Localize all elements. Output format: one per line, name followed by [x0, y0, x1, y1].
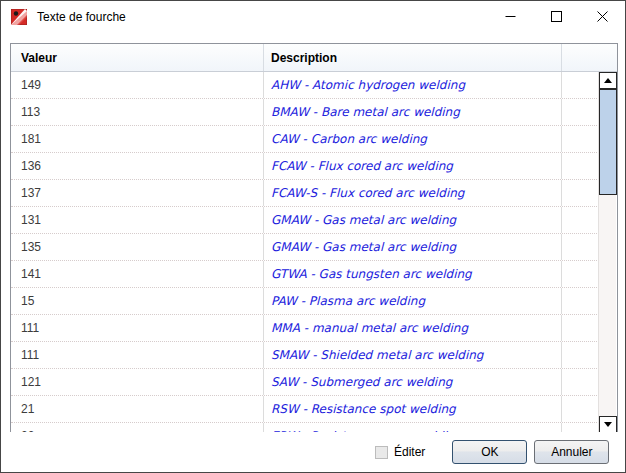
row-valeur: 149: [11, 72, 264, 98]
scroll-up-icon: [604, 78, 612, 83]
row-valeur: 136: [11, 153, 264, 179]
footer-bar: Éditer OK Annuler: [1, 432, 625, 472]
row-valeur: 111: [11, 342, 264, 368]
row-description: FCAW - Flux cored arc welding: [264, 153, 562, 179]
table-header: Valeur Description: [11, 44, 617, 72]
scroll-down-button[interactable]: [599, 416, 617, 433]
row-description: SAW - Submerged arc welding: [264, 369, 562, 395]
table-row[interactable]: 141GTWA - Gas tungsten arc welding: [11, 261, 599, 288]
minimize-icon: [505, 11, 516, 22]
column-header-description[interactable]: Description: [264, 44, 562, 71]
minimize-button[interactable]: [487, 1, 533, 32]
row-valeur: 141: [11, 261, 264, 287]
row-valeur: 113: [11, 99, 264, 125]
row-description: GMAW - Gas metal arc welding: [264, 234, 562, 260]
row-description: AHW - Atomic hydrogen welding: [264, 72, 562, 98]
table-row[interactable]: 136FCAW - Flux cored arc welding: [11, 153, 599, 180]
table-row[interactable]: 149AHW - Atomic hydrogen welding: [11, 72, 599, 99]
close-button[interactable]: [579, 1, 625, 32]
row-filler: [562, 126, 599, 152]
row-valeur: 135: [11, 234, 264, 260]
row-valeur: 121: [11, 369, 264, 395]
row-valeur: 15: [11, 288, 264, 314]
row-description: GMAW - Gas metal arc welding: [264, 207, 562, 233]
row-filler: [562, 72, 599, 98]
table-row[interactable]: 131GMAW - Gas metal arc welding: [11, 207, 599, 234]
row-description: BMAW - Bare metal arc welding: [264, 99, 562, 125]
window-title: Texte de fourche: [37, 10, 126, 24]
row-description: MMA - manual metal arc welding: [264, 315, 562, 341]
row-filler: [562, 207, 599, 233]
row-description: GTWA - Gas tungsten arc welding: [264, 261, 562, 287]
maximize-button[interactable]: [533, 1, 579, 32]
row-description: CAW - Carbon arc welding: [264, 126, 562, 152]
table-row[interactable]: 137FCAW-S - Flux cored arc welding: [11, 180, 599, 207]
row-filler: [562, 99, 599, 125]
row-filler: [562, 180, 599, 206]
row-valeur: 131: [11, 207, 264, 233]
scroll-down-icon: [604, 422, 612, 427]
table-row[interactable]: 181CAW - Carbon arc welding: [11, 126, 599, 153]
row-description: RSW - Resistance spot welding: [264, 396, 562, 422]
row-filler: [562, 369, 599, 395]
row-description: PAW - Plasma arc welding: [264, 288, 562, 314]
row-valeur: 111: [11, 315, 264, 341]
table-row[interactable]: 15PAW - Plasma arc welding: [11, 288, 599, 315]
row-filler: [562, 342, 599, 368]
titlebar: Texte de fourche: [1, 1, 625, 32]
close-icon: [597, 11, 608, 22]
table-row[interactable]: 111SMAW - Shielded metal arc welding: [11, 342, 599, 369]
column-header-filler: [562, 44, 617, 71]
table-row[interactable]: 135GMAW - Gas metal arc welding: [11, 234, 599, 261]
row-filler: [562, 396, 599, 422]
table-row[interactable]: 121SAW - Submerged arc welding: [11, 369, 599, 396]
row-description: SMAW - Shielded metal arc welding: [264, 342, 562, 368]
app-icon: [11, 9, 27, 25]
vertical-scrollbar[interactable]: [598, 72, 616, 433]
row-valeur: 137: [11, 180, 264, 206]
row-filler: [562, 315, 599, 341]
row-filler: [562, 288, 599, 314]
editer-checkbox[interactable]: [375, 446, 388, 459]
scrollbar-thumb[interactable]: [599, 89, 617, 195]
row-filler: [562, 153, 599, 179]
row-valeur: 21: [11, 396, 264, 422]
values-table: Valeur Description 149AHW - Atomic hydro…: [10, 43, 618, 434]
table-row[interactable]: 113BMAW - Bare metal arc welding: [11, 99, 599, 126]
table-row[interactable]: 21RSW - Resistance spot welding: [11, 396, 599, 423]
grid-body: 149AHW - Atomic hydrogen welding113BMAW …: [11, 72, 599, 433]
row-valeur: 181: [11, 126, 264, 152]
row-filler: [562, 234, 599, 260]
row-filler: [562, 261, 599, 287]
row-description: FCAW-S - Flux cored arc welding: [264, 180, 562, 206]
table-row[interactable]: 111MMA - manual metal arc welding: [11, 315, 599, 342]
maximize-icon: [551, 11, 562, 22]
column-header-valeur[interactable]: Valeur: [11, 44, 264, 71]
cancel-button[interactable]: Annuler: [534, 440, 609, 464]
ok-button[interactable]: OK: [452, 440, 527, 464]
scroll-up-button[interactable]: [599, 72, 617, 89]
dialog-texte-de-fourche: Texte de fourche Valeur Description 149A…: [0, 0, 626, 473]
editer-checkbox-label: Éditer: [394, 445, 425, 459]
caption-buttons: [487, 1, 625, 32]
